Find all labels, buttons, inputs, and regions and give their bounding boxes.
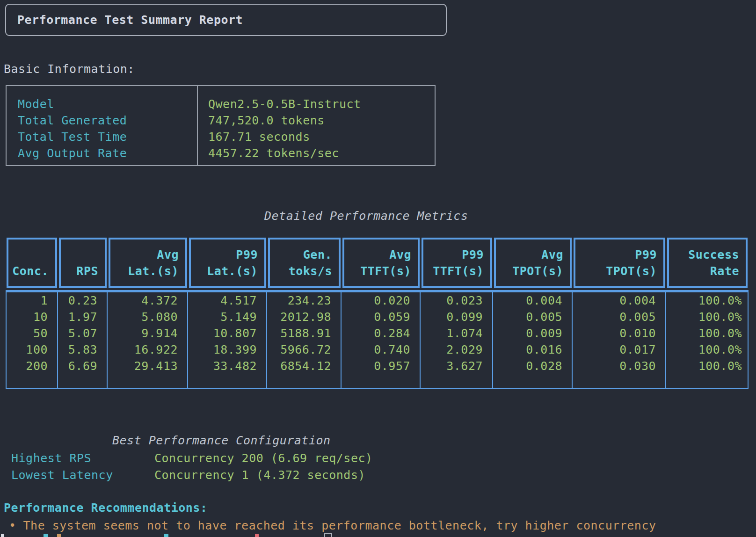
glyph-fragment bbox=[1, 534, 4, 537]
glyph-fragment bbox=[57, 534, 61, 537]
table-cell: 50 bbox=[7, 325, 57, 341]
column-avg-ttft: 0.020 0.059 0.284 0.740 0.957 bbox=[342, 292, 421, 388]
best-config-value: Concurrency 1 (4.372 seconds) bbox=[154, 467, 365, 483]
glyph-fragment bbox=[164, 534, 168, 537]
column-p99-tpot: 0.004 0.005 0.010 0.017 0.030 bbox=[573, 292, 666, 388]
table-cell: 0.099 bbox=[421, 309, 492, 325]
column-p99-ttft: 0.023 0.099 1.074 2.029 3.627 bbox=[421, 292, 493, 388]
info-value: 4457.22 tokens/sec bbox=[208, 145, 435, 161]
metrics-table-title: Detailed Performance Metrics bbox=[264, 208, 468, 224]
table-cell: 1 bbox=[7, 292, 57, 309]
table-cell: 5188.91 bbox=[267, 325, 341, 341]
report-title: Performance Test Summary Report bbox=[17, 12, 243, 28]
column-header-avg-ttft: AvgTTFT(s) bbox=[342, 238, 420, 288]
table-cell: 100.0% bbox=[666, 292, 748, 309]
best-config-title: Best Performance Configuration bbox=[112, 432, 331, 449]
info-label: Total Generated bbox=[18, 112, 197, 129]
table-cell: 100.0% bbox=[666, 309, 748, 325]
glyph-fragment bbox=[255, 534, 259, 537]
column-header-p99-tpot: P99TPOT(s) bbox=[574, 238, 665, 288]
table-cell: 4.372 bbox=[108, 292, 187, 309]
table-cell: 6.69 bbox=[58, 358, 107, 374]
table-cell: 2.029 bbox=[421, 341, 492, 358]
table-cell: 0.020 bbox=[342, 292, 420, 309]
best-config-row: Highest RPS Concurrency 200 (6.69 req/se… bbox=[0, 450, 756, 466]
table-cell: 0.004 bbox=[493, 292, 572, 309]
info-label: Avg Output Rate bbox=[18, 145, 197, 161]
column-success-rate: 100.0% 100.0% 100.0% 100.0% 100.0% bbox=[666, 292, 748, 388]
table-cell: 5966.72 bbox=[267, 341, 341, 358]
table-cell: 0.740 bbox=[342, 341, 420, 358]
table-cell: 100.0% bbox=[666, 341, 748, 358]
table-cell: 0.005 bbox=[573, 309, 665, 325]
table-cell: 0.957 bbox=[342, 358, 420, 374]
best-config-label: Lowest Latency bbox=[11, 467, 113, 483]
table-cell: 0.059 bbox=[342, 309, 420, 325]
info-value: Qwen2.5-0.5B-Instruct bbox=[208, 96, 435, 112]
column-gen-toks: 234.23 2012.98 5188.91 5966.72 6854.12 bbox=[267, 292, 342, 388]
table-cell: 5.080 bbox=[108, 309, 187, 325]
recommendation-text: The system seems not to have reached its… bbox=[23, 519, 656, 532]
table-cell: 9.914 bbox=[108, 325, 187, 341]
table-cell: 2012.98 bbox=[267, 309, 341, 325]
table-cell: 0.028 bbox=[493, 358, 572, 374]
table-cell: 234.23 bbox=[267, 292, 341, 309]
info-value: 747,520.0 tokens bbox=[208, 112, 435, 129]
column-header-p99-ttft: P99TTFT(s) bbox=[422, 238, 492, 288]
basic-info-heading: Basic Information: bbox=[4, 61, 135, 77]
table-cell: 10.807 bbox=[188, 325, 266, 341]
terminal-screen[interactable]: Performance Test Summary Report Basic In… bbox=[0, 0, 756, 537]
column-rps: 0.23 1.97 5.07 5.83 6.69 bbox=[58, 292, 108, 388]
table-cell: 1.97 bbox=[58, 309, 107, 325]
table-cell: 0.284 bbox=[342, 325, 420, 341]
glyph-fragment bbox=[44, 534, 48, 537]
best-config-label: Highest RPS bbox=[11, 450, 91, 466]
basic-info-label-column: Model Total Generated Total Test Time Av… bbox=[7, 86, 198, 165]
table-cell: 0.23 bbox=[58, 292, 107, 309]
column-header-success-rate: SuccessRate bbox=[667, 238, 748, 288]
table-cell: 3.627 bbox=[421, 358, 492, 374]
column-header-rps: RPS bbox=[59, 238, 107, 288]
table-cell: 0.017 bbox=[573, 341, 665, 358]
table-cell: 200 bbox=[7, 358, 57, 374]
column-header-conc: Conc. bbox=[7, 238, 57, 288]
metrics-table-body: 1 10 50 100 200 0.23 1.97 5.07 5.83 6.69… bbox=[6, 292, 749, 389]
column-header-gen-toks: Gen.toks/s bbox=[268, 238, 341, 288]
info-label: Total Test Time bbox=[18, 129, 197, 145]
terminal-cursor bbox=[324, 533, 332, 537]
column-p99-lat: 4.517 5.149 10.807 18.399 33.482 bbox=[188, 292, 267, 388]
table-cell: 29.413 bbox=[108, 358, 187, 374]
table-cell: 33.482 bbox=[188, 358, 266, 374]
table-cell: 5.07 bbox=[58, 325, 107, 341]
best-config-value: Concurrency 200 (6.69 req/sec) bbox=[154, 450, 373, 466]
metrics-table-header: Conc. RPS AvgLat.(s) P99Lat.(s) Gen.toks… bbox=[6, 238, 749, 288]
table-cell: 6854.12 bbox=[267, 358, 341, 374]
table-cell: 100 bbox=[7, 341, 57, 358]
column-header-p99-lat: P99Lat.(s) bbox=[189, 238, 266, 288]
table-cell: 16.922 bbox=[108, 341, 187, 358]
table-cell: 0.030 bbox=[573, 358, 665, 374]
table-cell: 1.074 bbox=[421, 325, 492, 341]
bullet-icon: • bbox=[9, 519, 16, 532]
table-cell: 0.009 bbox=[493, 325, 572, 341]
column-avg-lat: 4.372 5.080 9.914 16.922 29.413 bbox=[108, 292, 188, 388]
column-avg-tpot: 0.004 0.005 0.009 0.016 0.028 bbox=[493, 292, 573, 388]
column-header-avg-tpot: AvgTPOT(s) bbox=[494, 238, 572, 288]
table-cell: 18.399 bbox=[188, 341, 266, 358]
table-cell: 5.83 bbox=[58, 341, 107, 358]
table-cell: 100.0% bbox=[666, 325, 748, 341]
table-cell: 5.149 bbox=[188, 309, 266, 325]
basic-info-table: Model Total Generated Total Test Time Av… bbox=[6, 85, 436, 166]
table-cell: 0.016 bbox=[493, 341, 572, 358]
clipped-next-line bbox=[0, 532, 756, 537]
info-label: Model bbox=[18, 96, 197, 112]
table-cell: 0.005 bbox=[493, 309, 572, 325]
column-conc: 1 10 50 100 200 bbox=[7, 292, 58, 388]
table-cell: 0.010 bbox=[573, 325, 665, 341]
table-cell: 0.004 bbox=[573, 292, 665, 309]
table-cell: 10 bbox=[7, 309, 57, 325]
best-config-row: Lowest Latency Concurrency 1 (4.372 seco… bbox=[0, 467, 756, 483]
report-title-panel: Performance Test Summary Report bbox=[5, 4, 447, 36]
recommendation-item: •The system seems not to have reached it… bbox=[9, 517, 656, 534]
recommendations-heading: Performance Recommendations: bbox=[4, 500, 207, 516]
